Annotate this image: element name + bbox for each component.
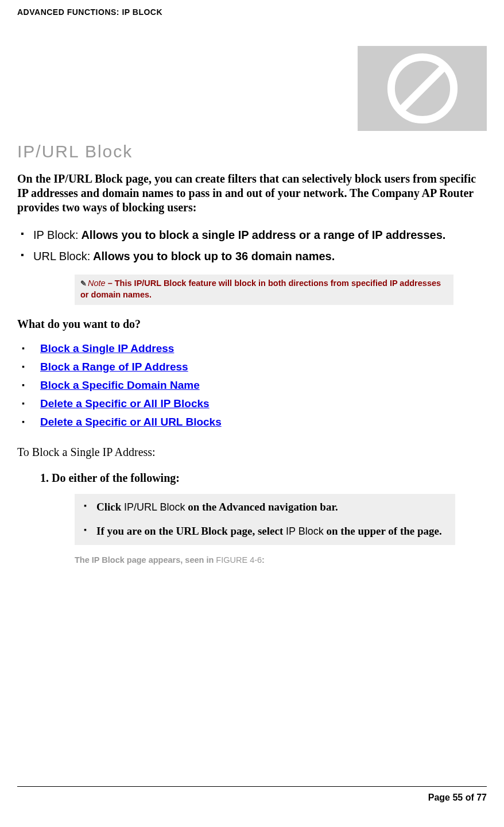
step-post: on the Advanced navigation bar.	[185, 501, 338, 513]
list-item: Block a Single IP Address	[17, 342, 487, 355]
list-item: IP Block: Allows you to block a single I…	[17, 227, 487, 243]
result-post: :	[262, 555, 265, 565]
page-footer: Page 55 of 77	[17, 786, 487, 803]
action-links: Block a Single IP Address Block a Range …	[17, 342, 487, 428]
feature-list: IP Block: Allows you to block a single I…	[17, 227, 487, 264]
step-post: on the upper of the page.	[324, 525, 442, 537]
figure-ref: FIGURE 4-6	[216, 555, 262, 565]
step-text: 1. Do either of the following:	[40, 472, 487, 485]
page-title: IP/URL Block	[17, 142, 487, 161]
prohibit-icon	[358, 46, 487, 131]
list-item: Click IP/URL Block on the Advanced navig…	[80, 500, 445, 515]
feature-label: URL Block:	[33, 250, 90, 262]
link-block-single-ip[interactable]: Block a Single IP Address	[40, 342, 174, 354]
question-heading: What do you want to do?	[17, 318, 487, 331]
note-label: Note	[88, 279, 106, 288]
link-block-range-ip[interactable]: Block a Range of IP Address	[40, 361, 188, 373]
instruction-box: Click IP/URL Block on the Advanced navig…	[75, 494, 455, 545]
list-item: Block a Range of IP Address	[17, 361, 487, 373]
step-pre: Click	[96, 501, 124, 513]
list-item: Block a Specific Domain Name	[17, 379, 487, 392]
step-ui-term: IP Block	[286, 525, 324, 537]
step-pre: If you are on the URL Block page, select	[96, 525, 286, 537]
link-delete-ip-blocks[interactable]: Delete a Specific or All IP Blocks	[40, 397, 210, 409]
list-item: Delete a Specific or All IP Blocks	[17, 397, 487, 410]
feature-desc: Allows you to block up to 36 domain name…	[90, 250, 335, 262]
result-text: The IP Block page appears, seen in FIGUR…	[75, 555, 487, 565]
feature-desc: Allows you to block a single IP address …	[79, 229, 446, 241]
list-item: If you are on the URL Block page, select…	[80, 524, 445, 539]
result-pre: The IP Block page appears, seen in	[75, 555, 216, 565]
feature-label: IP Block:	[33, 229, 79, 241]
page-header: ADVANCED FUNCTIONS: IP BLOCK	[0, 0, 504, 17]
link-delete-url-blocks[interactable]: Delete a Specific or All URL Blocks	[40, 416, 222, 428]
section-heading: To Block a Single IP Address:	[17, 446, 487, 459]
link-block-domain[interactable]: Block a Specific Domain Name	[40, 379, 200, 391]
list-item: URL Block: Allows you to block up to 36 …	[17, 249, 487, 264]
intro-text: On the IP/URL Block page, you can create…	[17, 172, 487, 215]
pencil-icon: ✎	[80, 279, 87, 288]
list-item: Delete a Specific or All URL Blocks	[17, 416, 487, 428]
svg-line-1	[401, 68, 443, 110]
step-ui-term: IP/URL Block	[124, 501, 185, 513]
note-text: – This IP/URL Block feature will block i…	[80, 279, 441, 299]
note-box: ✎Note – This IP/URL Block feature will b…	[75, 275, 453, 305]
